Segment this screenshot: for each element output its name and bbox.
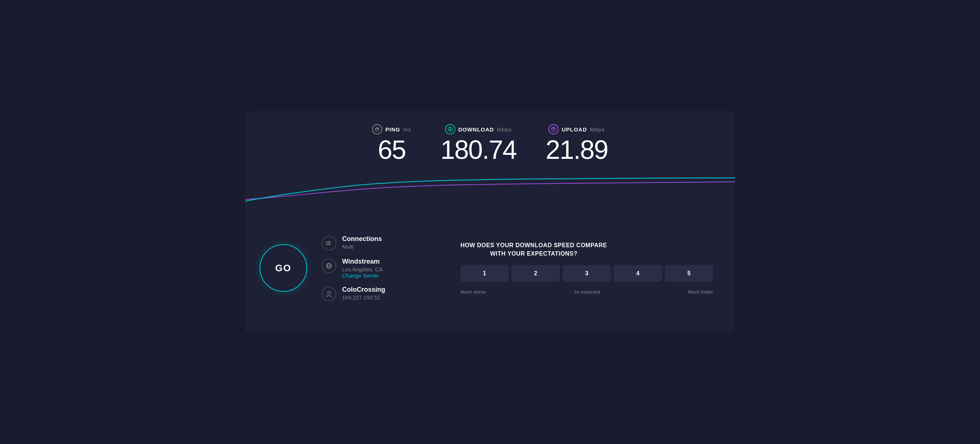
svg-marker-10 bbox=[329, 244, 331, 245]
change-server-link[interactable]: Change Server bbox=[342, 272, 383, 278]
host-row: ColoCrossing 104.227.193.52 bbox=[322, 286, 431, 301]
rating-section: HOW DOES YOUR DOWNLOAD SPEED COMPAREWITH… bbox=[446, 241, 713, 294]
connections-row: Connections Multi bbox=[322, 235, 431, 250]
connections-value: Multi bbox=[342, 243, 382, 250]
svg-marker-8 bbox=[329, 242, 331, 244]
host-icon bbox=[322, 286, 336, 301]
rating-buttons: 1 2 3 4 5 bbox=[460, 265, 713, 282]
download-label-row: DOWNLOAD Mbps bbox=[445, 124, 512, 134]
ping-icon bbox=[372, 124, 382, 134]
isp-text: Windstream Los Angeles, CA Change Server bbox=[342, 258, 383, 278]
upload-icon bbox=[549, 124, 558, 134]
bottom-section: GO Connections Multi bbox=[245, 203, 735, 333]
speed-graph bbox=[245, 170, 735, 203]
info-section: Connections Multi Windstream Los Angeles… bbox=[322, 235, 431, 301]
upload-label: UPLOAD bbox=[562, 126, 587, 132]
go-button[interactable]: GO bbox=[259, 244, 307, 292]
download-value: 180.74 bbox=[440, 137, 516, 163]
rating-btn-5[interactable]: 5 bbox=[665, 265, 713, 282]
upload-label-row: UPLOAD Mbps bbox=[549, 124, 605, 134]
download-icon bbox=[445, 124, 455, 134]
ping-value: 65 bbox=[378, 137, 406, 163]
download-label: DOWNLOAD bbox=[458, 126, 494, 132]
upload-value: 21.89 bbox=[546, 137, 608, 163]
go-button-wrapper: GO bbox=[259, 244, 307, 292]
connections-text: Connections Multi bbox=[342, 235, 382, 250]
ping-label: PING bbox=[385, 126, 400, 132]
rating-btn-3[interactable]: 3 bbox=[563, 265, 611, 282]
upload-stat: UPLOAD Mbps 21.89 bbox=[546, 124, 608, 163]
svg-point-14 bbox=[328, 291, 331, 294]
rating-labels: Much worse As expected Much better bbox=[460, 289, 713, 294]
ping-label-row: PING ms bbox=[372, 124, 411, 134]
speedtest-app: PING ms 65 DOWNLOAD Mbps 180.74 bbox=[245, 111, 735, 333]
download-stat: DOWNLOAD Mbps 180.74 bbox=[440, 124, 516, 163]
rating-label-left: Much worse bbox=[460, 289, 486, 294]
host-ip: 104.227.193.52 bbox=[342, 294, 385, 301]
rating-btn-2[interactable]: 2 bbox=[512, 265, 560, 282]
stats-section: PING ms 65 DOWNLOAD Mbps 180.74 bbox=[245, 111, 735, 170]
rating-label-center: As expected bbox=[574, 289, 600, 294]
rating-btn-1[interactable]: 1 bbox=[460, 265, 509, 282]
host-text: ColoCrossing 104.227.193.52 bbox=[342, 286, 385, 301]
upload-unit: Mbps bbox=[590, 126, 605, 132]
isp-location: Los Angeles, CA bbox=[342, 266, 383, 272]
ping-stat: PING ms 65 bbox=[372, 124, 411, 163]
connections-title: Connections bbox=[342, 235, 382, 243]
isp-row: Windstream Los Angeles, CA Change Server bbox=[322, 258, 431, 278]
connections-icon bbox=[322, 236, 336, 250]
rating-question: HOW DOES YOUR DOWNLOAD SPEED COMPAREWITH… bbox=[460, 241, 607, 258]
ping-unit: ms bbox=[403, 126, 411, 132]
svg-marker-6 bbox=[329, 241, 331, 242]
isp-title: Windstream bbox=[342, 258, 383, 266]
host-title: ColoCrossing bbox=[342, 286, 385, 294]
rating-label-right: Much better bbox=[688, 289, 713, 294]
isp-icon bbox=[322, 258, 336, 273]
rating-btn-4[interactable]: 4 bbox=[614, 265, 662, 282]
download-unit: Mbps bbox=[497, 126, 512, 132]
